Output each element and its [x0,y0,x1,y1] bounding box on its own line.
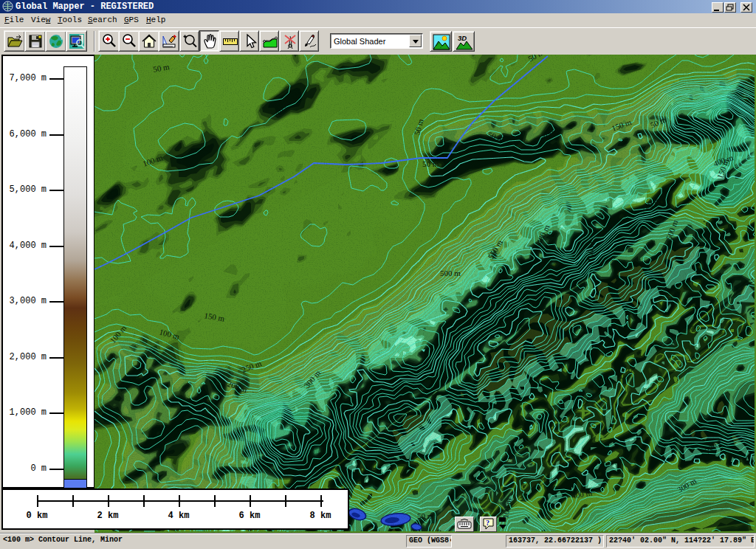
svg-text:3D: 3D [458,34,467,42]
svg-text:?: ? [486,519,489,527]
